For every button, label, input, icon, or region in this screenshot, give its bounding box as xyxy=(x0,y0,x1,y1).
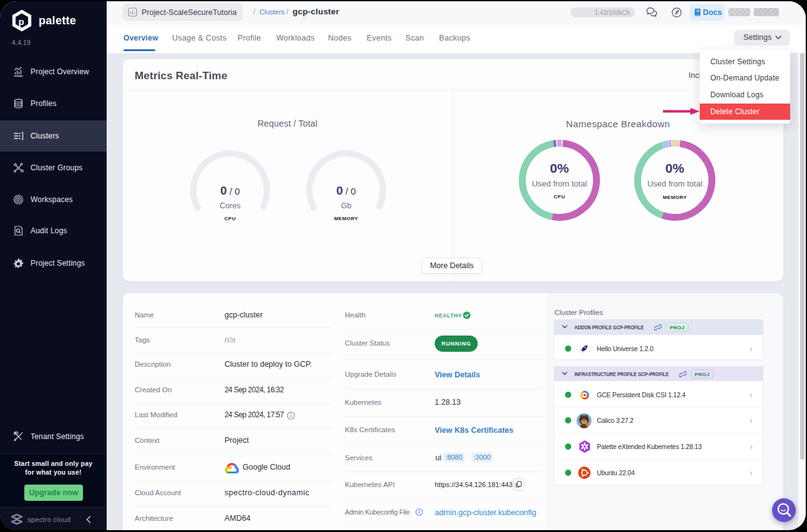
svg-text:p: p xyxy=(19,16,24,27)
